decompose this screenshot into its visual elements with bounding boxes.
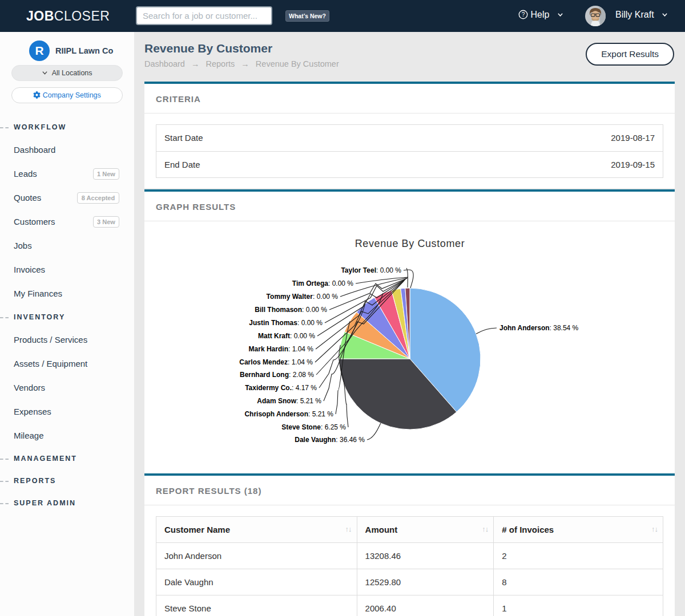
svg-text:Dale Vaughn: 36.46 %: Dale Vaughn: 36.46 % — [295, 436, 365, 444]
svg-text:Taxidermy Co.: 4.17 %: Taxidermy Co.: 4.17 % — [245, 384, 317, 392]
svg-text:Adam Snow: 5.21 %: Adam Snow: 5.21 % — [257, 397, 321, 405]
svg-text:Taylor Teel: 0.00 %: Taylor Teel: 0.00 % — [341, 266, 401, 274]
svg-text:Tim Ortega: 0.00 %: Tim Ortega: 0.00 % — [292, 279, 353, 287]
svg-text:Chrisoph Anderson: 5.21 %: Chrisoph Anderson: 5.21 % — [244, 410, 333, 418]
svg-text:Mark Hardin: 1.04 %: Mark Hardin: 1.04 % — [249, 345, 314, 353]
svg-text:Steve Stone: 6.25 %: Steve Stone: 6.25 % — [281, 423, 346, 431]
svg-text:Carlos Mendez: 1.04 %: Carlos Mendez: 1.04 % — [239, 358, 313, 366]
svg-text:Bernhard Long: 2.08 %: Bernhard Long: 2.08 % — [240, 371, 314, 379]
svg-text:Revenue By Customer: Revenue By Customer — [355, 238, 465, 249]
svg-text:?: ? — [522, 11, 525, 18]
svg-text:John Anderson: 38.54 %: John Anderson: 38.54 % — [499, 324, 579, 332]
svg-text:Bill Thomason: 0.00 %: Bill Thomason: 0.00 % — [255, 306, 327, 314]
svg-text:Tommy Walter: 0.00 %: Tommy Walter: 0.00 % — [267, 293, 339, 301]
svg-text:Justin Thomas: 0.00 %: Justin Thomas: 0.00 % — [249, 319, 323, 327]
svg-text:Matt Kraft: 0.00 %: Matt Kraft: 0.00 % — [258, 332, 315, 340]
